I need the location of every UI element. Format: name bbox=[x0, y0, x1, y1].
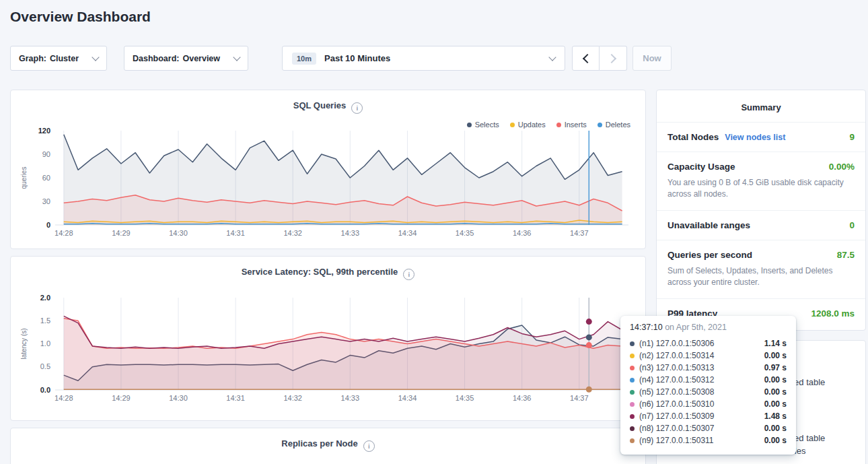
tooltip-header: 14:37:10 on Apr 5th, 2021 bbox=[630, 323, 787, 332]
info-icon[interactable] bbox=[351, 102, 363, 114]
tooltip-row: (n5) 127.0.0.1:503080.00 s bbox=[630, 386, 787, 398]
summary-value: 87.5 bbox=[837, 250, 855, 260]
svg-text:0: 0 bbox=[46, 221, 50, 229]
chevron-left-icon bbox=[582, 53, 591, 63]
tooltip-node-value: 0.00 s bbox=[764, 436, 787, 445]
tooltip-node-label: (n4) 127.0.0.1:50312 bbox=[639, 375, 714, 385]
tooltip-row: (n1) 127.0.0.1:503061.14 s bbox=[630, 337, 787, 350]
tooltip-row: (n2) 127.0.0.1:503140.00 s bbox=[630, 350, 787, 362]
graph-selector[interactable]: Graph: Cluster bbox=[10, 46, 107, 71]
svg-text:14:32: 14:32 bbox=[283, 229, 302, 237]
svg-text:14:30: 14:30 bbox=[169, 229, 188, 237]
view-nodes-list-link[interactable]: View nodes list bbox=[725, 133, 785, 142]
chart-title-text: Service Latency: SQL, 99th percentile bbox=[242, 267, 398, 277]
chevron-right-icon bbox=[607, 53, 616, 63]
svg-text:14:30: 14:30 bbox=[169, 394, 188, 402]
svg-text:0.5: 0.5 bbox=[40, 362, 50, 370]
info-icon[interactable] bbox=[403, 269, 414, 280]
tooltip-node-label: (n1) 127.0.0.1:50306 bbox=[639, 339, 714, 348]
svg-text:14:37: 14:37 bbox=[570, 394, 589, 402]
tooltip-node-value: 0.00 s bbox=[764, 424, 787, 433]
chart-title-text: SQL Queries bbox=[293, 100, 347, 110]
svg-text:1.0: 1.0 bbox=[40, 339, 50, 347]
series-color-dot bbox=[630, 390, 635, 395]
summary-title: Summary bbox=[657, 90, 865, 122]
series-color-dot bbox=[630, 426, 635, 431]
time-nav-group bbox=[572, 46, 627, 71]
series-color-dot bbox=[630, 341, 635, 346]
tooltip-row: (n6) 127.0.0.1:503100.00 s bbox=[630, 398, 787, 410]
svg-text:14:34: 14:34 bbox=[398, 394, 417, 402]
replicas-per-node-card: Replicas per Node bbox=[10, 428, 646, 464]
summary-value: 0 bbox=[849, 220, 855, 230]
svg-text:14:35: 14:35 bbox=[456, 229, 474, 237]
page-title: Overview Dashboard bbox=[10, 9, 151, 25]
summary-panel: Summary Total Nodes View nodes list 9 Ca… bbox=[656, 90, 866, 331]
summary-label: Unavailable ranges bbox=[667, 220, 750, 230]
svg-text:0.0: 0.0 bbox=[40, 386, 50, 394]
svg-text:14:36: 14:36 bbox=[513, 229, 532, 237]
svg-text:14:29: 14:29 bbox=[112, 394, 131, 402]
summary-row-unavailable-ranges: Unavailable ranges 0 bbox=[657, 210, 865, 240]
time-range-selector[interactable]: 10m Past 10 Minutes bbox=[282, 46, 565, 71]
sql-queries-card: SQL Queries SelectsUpdatesInsertsDeletes… bbox=[10, 90, 646, 249]
sql-queries-chart[interactable]: 14:2814:2914:3014:3114:3214:3314:3414:35… bbox=[18, 127, 638, 242]
svg-text:30: 30 bbox=[42, 197, 50, 205]
svg-text:latency (s): latency (s) bbox=[20, 328, 28, 359]
chevron-down-icon bbox=[92, 53, 99, 61]
overview-dashboard-page: Overview Dashboard Graph: Cluster Dashbo… bbox=[0, 0, 868, 464]
time-range-badge: 10m bbox=[292, 53, 316, 65]
time-prev-button[interactable] bbox=[572, 46, 600, 71]
dashboard-selector[interactable]: Dashboard: Overview bbox=[124, 46, 248, 71]
chevron-down-icon bbox=[233, 53, 240, 61]
chevron-down-icon bbox=[548, 53, 556, 61]
svg-text:14:28: 14:28 bbox=[55, 229, 73, 237]
tooltip-time: 14:37:10 bbox=[630, 323, 663, 332]
time-range-value: Past 10 Minutes bbox=[324, 53, 390, 63]
graph-selector-label: Graph: bbox=[19, 54, 46, 63]
svg-text:14:31: 14:31 bbox=[226, 229, 245, 237]
dashboard-selector-label: Dashboard: bbox=[133, 54, 179, 63]
svg-text:14:33: 14:33 bbox=[341, 229, 360, 237]
svg-text:14:36: 14:36 bbox=[513, 394, 532, 402]
summary-row-capacity-usage: Capacity Usage 0.00% You are using 0 B o… bbox=[657, 152, 865, 210]
series-color-dot bbox=[630, 378, 635, 383]
info-icon[interactable] bbox=[363, 440, 375, 452]
svg-text:14:35: 14:35 bbox=[456, 394, 474, 402]
service-latency-chart[interactable]: 14:2814:2914:3014:3114:3214:3314:3414:35… bbox=[18, 293, 638, 409]
tooltip-node-value: 0.00 s bbox=[764, 387, 787, 397]
svg-text:queries: queries bbox=[20, 167, 28, 189]
tooltip-node-label: (n6) 127.0.0.1:50310 bbox=[639, 399, 714, 409]
tooltip-row: (n4) 127.0.0.1:503120.00 s bbox=[630, 374, 787, 386]
tooltip-date: on Apr 5th, 2021 bbox=[665, 323, 727, 332]
tooltip-node-value: 1.14 s bbox=[764, 339, 787, 348]
service-latency-card: Service Latency: SQL, 99th percentile 14… bbox=[10, 256, 646, 421]
summary-label: Queries per second bbox=[667, 250, 752, 260]
tooltip-node-value: 0.97 s bbox=[764, 363, 787, 372]
svg-text:14:29: 14:29 bbox=[112, 229, 131, 237]
tooltip-row: (n3) 127.0.0.1:503130.97 s bbox=[630, 362, 787, 374]
tooltip-node-value: 0.00 s bbox=[764, 399, 787, 409]
summary-value: 1208.0 ms bbox=[811, 308, 855, 319]
svg-text:2.0: 2.0 bbox=[40, 294, 50, 302]
summary-row-total-nodes: Total Nodes View nodes list 9 bbox=[657, 122, 865, 152]
now-button[interactable]: Now bbox=[632, 46, 672, 71]
svg-text:90: 90 bbox=[42, 150, 50, 158]
svg-text:14:28: 14:28 bbox=[55, 394, 73, 402]
summary-value: 9 bbox=[849, 132, 855, 142]
tooltip-node-label: (n5) 127.0.0.1:50308 bbox=[639, 387, 714, 397]
svg-text:14:33: 14:33 bbox=[341, 394, 360, 402]
summary-description: You are using 0 B of 4.5 GiB usable disk… bbox=[667, 177, 855, 201]
tooltip-rows: (n1) 127.0.0.1:503061.14 s(n2) 127.0.0.1… bbox=[630, 337, 787, 446]
replicas-per-node-title: Replicas per Node bbox=[11, 428, 645, 452]
summary-row-queries-per-second: Queries per second 87.5 Sum of Selects, … bbox=[657, 240, 865, 298]
svg-text:14:37: 14:37 bbox=[570, 229, 589, 237]
tooltip-node-label: (n3) 127.0.0.1:50313 bbox=[639, 363, 714, 372]
summary-label: Capacity Usage bbox=[667, 162, 735, 172]
tooltip-node-label: (n7) 127.0.0.1:50309 bbox=[639, 411, 714, 421]
tooltip-node-label: (n8) 127.0.0.1:50307 bbox=[639, 424, 714, 433]
time-next-button[interactable] bbox=[600, 46, 627, 71]
tooltip-row: (n8) 127.0.0.1:503070.00 s bbox=[630, 422, 787, 434]
svg-text:14:32: 14:32 bbox=[283, 394, 302, 402]
sql-queries-title: SQL Queries bbox=[11, 90, 645, 114]
